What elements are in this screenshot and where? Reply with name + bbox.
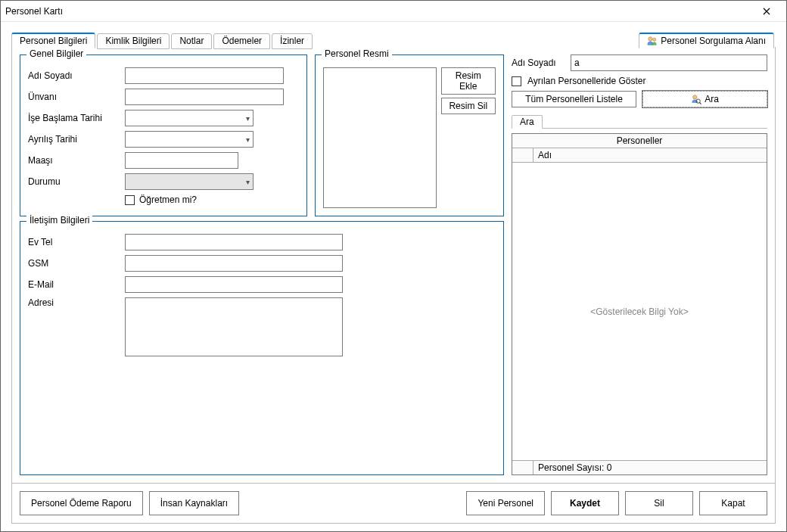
chevron-down-icon: ▾ <box>246 135 250 144</box>
photo-box <box>323 67 437 208</box>
label-email: E-Mail <box>28 279 119 290</box>
combo-ise-baslama[interactable]: ▾ <box>125 110 254 126</box>
button-resim-ekle[interactable]: Resim Ekle <box>441 67 496 95</box>
grid-col-adi[interactable]: Adı <box>533 148 556 162</box>
panel-body: Genel Bilgiler Adı Soyadı Ünvanı İşe Baş… <box>11 47 776 524</box>
grid-footer-count: Personel Sayısı: 0 <box>533 461 767 474</box>
legend-genel: Genel Bilgiler <box>26 48 86 59</box>
tab-personel-bilgileri[interactable]: Personel Bilgileri <box>11 33 95 48</box>
svg-point-2 <box>693 95 697 99</box>
grid-footer-corner <box>512 461 533 474</box>
left-column: Genel Bilgiler Adı Soyadı Ünvanı İşe Baş… <box>20 54 504 475</box>
label-q-adi-soyadi: Adı Soyadı <box>512 58 565 68</box>
button-ara-label: Ara <box>705 94 719 104</box>
svg-point-0 <box>649 37 652 41</box>
label-unvani: Ünvanı <box>28 92 119 102</box>
tab-personel-sorgulama[interactable]: Personel Sorgulama Alanı <box>639 33 774 48</box>
grid-empty-text: <Gösterilecek Bilgi Yok> <box>590 306 688 317</box>
legend-resmi: Personel Resmi <box>322 48 392 59</box>
label-maasi: Maaşı <box>28 155 119 166</box>
input-adi-soyadi[interactable] <box>125 67 284 84</box>
tabs-left: Personel Bilgileri Kimlik Bilgileri Notl… <box>11 32 314 48</box>
grid-header-corner <box>512 148 533 162</box>
checkbox-ayrilan-goster[interactable] <box>512 76 521 86</box>
grid-footer: Personel Sayısı: 0 <box>512 460 767 474</box>
button-bar: Personel Ödeme Raporu İnsan Kaynakları Y… <box>12 483 775 523</box>
input-gsm[interactable] <box>125 255 343 272</box>
input-unvani[interactable] <box>125 89 284 105</box>
svg-point-1 <box>653 38 656 41</box>
svg-line-4 <box>700 102 701 104</box>
close-icon <box>763 8 770 15</box>
input-q-adi-soyadi[interactable] <box>571 54 767 71</box>
grid-personeller: Personeller Adı <Gösterilecek Bilgi Yok>… <box>512 133 767 475</box>
grid-body: <Gösterilecek Bilgi Yok> <box>512 163 767 460</box>
input-email[interactable] <box>125 276 343 293</box>
button-odeme-raporu[interactable]: Personel Ödeme Raporu <box>20 491 143 515</box>
grid-header-row: Adı <box>512 148 767 163</box>
content-area: Personel Bilgileri Kimlik Bilgileri Notl… <box>1 22 786 531</box>
label-ogretmenmi: Öğretmen mi? <box>139 194 197 205</box>
button-ara[interactable]: Ara <box>642 91 767 107</box>
label-ayrilan-goster: Ayrılan Personelleride Göster <box>527 76 646 86</box>
tabs-row: Personel Bilgileri Kimlik Bilgileri Notl… <box>11 30 776 48</box>
button-sil[interactable]: Sil <box>625 491 693 515</box>
label-ayrilis: Ayrılış Tarihi <box>28 134 119 145</box>
group-genel-bilgiler: Genel Bilgiler Adı Soyadı Ünvanı İşe Baş… <box>20 54 307 216</box>
button-yeni-personel[interactable]: Yeni Personel <box>466 491 545 515</box>
window-title: Personel Kartı <box>5 6 751 17</box>
mini-tab-row: Ara <box>512 112 767 129</box>
checkbox-ogretmenmi[interactable] <box>125 195 135 205</box>
search-person-icon <box>691 94 701 104</box>
tab-page: Genel Bilgiler Adı Soyadı Ünvanı İşe Baş… <box>12 47 775 483</box>
button-tum-listele[interactable]: Tüm Personelleri Listele <box>512 91 636 107</box>
button-kapat[interactable]: Kapat <box>699 491 767 515</box>
combo-ayrilis[interactable]: ▾ <box>125 131 254 148</box>
label-adresi: Adresi <box>28 297 119 308</box>
grid-title: Personeller <box>512 134 767 148</box>
input-maasi[interactable] <box>125 152 238 169</box>
chevron-down-icon: ▾ <box>246 178 250 186</box>
button-resim-sil[interactable]: Resim Sil <box>441 98 496 114</box>
label-gsm: GSM <box>28 258 119 269</box>
mini-tab-ara[interactable]: Ara <box>512 115 543 129</box>
label-ev-tel: Ev Tel <box>28 237 119 247</box>
people-icon <box>647 36 658 46</box>
combo-durumu[interactable]: ▾ <box>125 173 254 190</box>
button-insan-kaynaklari[interactable]: İnsan Kaynakları <box>149 491 239 515</box>
group-personel-resmi: Personel Resmi Resim Ekle Resim Sil <box>315 54 504 216</box>
label-adi-soyadi: Adı Soyadı <box>28 70 119 81</box>
button-kaydet[interactable]: Kaydet <box>551 491 619 515</box>
chevron-down-icon: ▾ <box>246 114 250 123</box>
input-adresi[interactable] <box>125 297 343 356</box>
top-row: Genel Bilgiler Adı Soyadı Ünvanı İşe Baş… <box>20 54 504 216</box>
tab-personel-sorgulama-label: Personel Sorgulama Alanı <box>661 36 766 46</box>
tabs-right: Personel Sorgulama Alanı <box>639 32 776 48</box>
group-iletisim: İletişim Bilgileri Ev Tel GSM E-Mail <box>20 221 504 475</box>
legend-iletisim: İletişim Bilgileri <box>26 215 92 226</box>
input-ev-tel[interactable] <box>125 234 343 250</box>
titlebar: Personel Kartı <box>1 1 786 22</box>
query-panel: Adı Soyadı Ayrılan Personelleride Göster… <box>512 54 767 475</box>
window: Personel Kartı Personel Bilgileri Kimlik… <box>0 0 787 532</box>
window-close-button[interactable] <box>751 3 782 20</box>
right-column: Adı Soyadı Ayrılan Personelleride Göster… <box>512 54 767 475</box>
label-durumu: Durumu <box>28 176 119 187</box>
label-ise-baslama: İşe Başlama Tarihi <box>28 113 119 123</box>
